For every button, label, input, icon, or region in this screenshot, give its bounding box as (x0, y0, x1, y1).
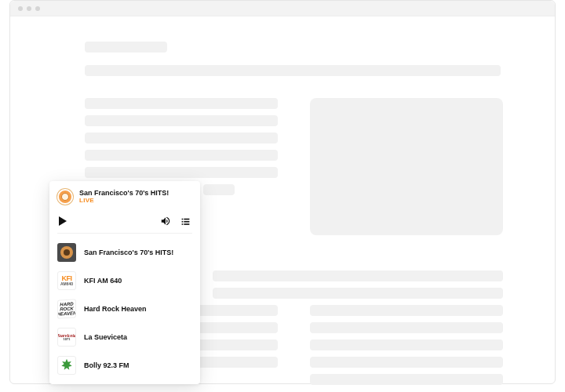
station-name: San Francisco's 70's HITS! (84, 249, 173, 256)
playlist-icon[interactable] (180, 216, 191, 227)
station-item[interactable]: San Francisco's 70's HITS! (57, 238, 192, 267)
placeholder (85, 115, 278, 126)
placeholder (213, 270, 503, 281)
station-name: Bolly 92.3 FM (84, 361, 129, 369)
svg-rect-4 (182, 223, 184, 225)
placeholder (85, 167, 278, 178)
svg-rect-3 (184, 220, 189, 222)
station-item[interactable]: KFIAM640 KFI AM 640 (57, 267, 192, 295)
station-item[interactable]: Bolly 92.3 FM (57, 351, 192, 379)
live-badge: LIVE (79, 198, 169, 205)
svg-rect-0 (182, 218, 184, 220)
now-playing-art (57, 189, 73, 205)
station-list: San Francisco's 70's HITS! KFIAM640 KFI … (57, 234, 192, 379)
window-dot (18, 6, 23, 11)
placeholder (85, 65, 501, 76)
svg-rect-2 (182, 220, 184, 222)
browser-window: San Francisco's 70's HITS! LIVE (9, 0, 556, 384)
station-art (57, 356, 76, 375)
station-name: KFI AM 640 (84, 277, 122, 285)
now-playing-text: San Francisco's 70's HITS! LIVE (79, 190, 169, 205)
now-playing: San Francisco's 70's HITS! LIVE (57, 189, 192, 205)
placeholder (85, 42, 167, 53)
placeholder (310, 305, 503, 316)
placeholder (310, 322, 503, 333)
placeholder-rect (310, 98, 503, 235)
placeholder (310, 339, 503, 350)
page-canvas: San Francisco's 70's HITS! LIVE (10, 16, 555, 383)
placeholder (85, 98, 278, 109)
play-icon[interactable] (59, 216, 67, 226)
volume-icon[interactable] (160, 216, 171, 227)
station-art: HARDROCKHEAVEN (57, 299, 76, 318)
placeholder (203, 184, 235, 195)
player-controls (57, 212, 192, 234)
placeholder (310, 374, 503, 385)
station-item[interactable]: Sueviceta1071 La Sueviceta (57, 323, 192, 351)
placeholder (85, 150, 278, 161)
station-art: Sueviceta1071 (57, 328, 76, 347)
station-name: La Sueviceta (84, 333, 127, 341)
station-art (57, 243, 76, 262)
station-art: KFIAM640 (57, 271, 76, 290)
placeholder (213, 288, 503, 299)
radio-player: San Francisco's 70's HITS! LIVE (49, 181, 200, 384)
placeholder (85, 132, 278, 143)
svg-rect-1 (184, 218, 189, 220)
station-item[interactable]: HARDROCKHEAVEN Hard Rock Heaven (57, 295, 192, 323)
window-dot (35, 6, 40, 11)
svg-rect-5 (184, 223, 189, 225)
window-titlebar (10, 1, 555, 16)
window-dot (27, 6, 31, 11)
station-name: Hard Rock Heaven (84, 305, 147, 313)
placeholder (310, 357, 503, 368)
